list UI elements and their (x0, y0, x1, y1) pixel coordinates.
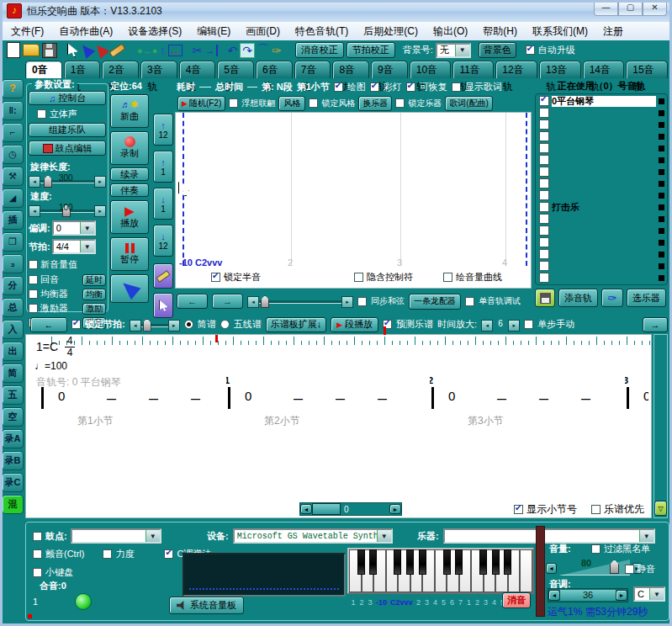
track-checkbox-0[interactable] (539, 96, 549, 106)
track-checkbox-1[interactable] (539, 108, 549, 118)
velocity-checkbox[interactable] (103, 549, 112, 559)
shift-down-12-button[interactable]: ↓12 (153, 225, 173, 257)
piano-black-key-0[interactable] (357, 549, 365, 575)
left-strip-item-1[interactable]: ‖: (2, 101, 24, 120)
select-cursor-button[interactable] (153, 293, 173, 318)
track-row-1[interactable] (537, 107, 666, 119)
single-track-debug-checkbox[interactable] (465, 297, 474, 306)
beat-mini-scrollbar[interactable]: ◂▸ (130, 319, 180, 331)
score-area[interactable]: 1=C 4 4 ♩=100 音轨号: 0 平台钢琴 0 ——— 第1小节 1 0… (25, 334, 652, 518)
track-row-9[interactable]: 打击乐 (537, 201, 666, 213)
select-range-icon[interactable]: ↔ (168, 45, 183, 56)
track-checkbox-9[interactable] (539, 202, 549, 212)
left-strip-item-10[interactable]: 总 (2, 298, 24, 317)
shift-up-12-button[interactable]: ↑12 (153, 114, 173, 146)
piano-black-key-11[interactable] (492, 549, 500, 575)
lock-semitone-checkbox[interactable] (211, 273, 220, 282)
track-square-11[interactable] (659, 228, 664, 234)
drum-beat-checkbox[interactable] (33, 532, 42, 541)
score-right-button[interactable]: → (643, 317, 668, 332)
console-button[interactable]: ♫ 控制台 (29, 91, 106, 105)
tab-1音轨[interactable]: 1音轨 (64, 61, 101, 78)
system-volume-button[interactable]: 系统音量板 (169, 597, 244, 614)
track-row-3[interactable] (537, 130, 666, 142)
track-square-15[interactable] (659, 275, 664, 281)
random-button[interactable]: ▶随机(F2) (177, 96, 225, 111)
tab-10音轨[interactable]: 10音轨 (410, 61, 452, 78)
tab-15音轨[interactable]: 15音轨 (626, 61, 668, 78)
lock-instrument-checkbox[interactable] (395, 98, 405, 108)
red-cone-tool-icon[interactable] (93, 41, 109, 58)
tab-5音轨[interactable]: 5音轨 (217, 61, 254, 78)
chevron-down-icon[interactable]: ▼ (377, 530, 391, 542)
v-stretch-icon[interactable]: ↕ (160, 44, 166, 56)
maximize-button[interactable]: ▢ (618, 1, 643, 16)
new-volume-checkbox[interactable] (29, 260, 38, 269)
speed-slider[interactable]: ◂▸ 100 (29, 204, 106, 216)
chevron-down-icon[interactable]: ▼ (649, 588, 664, 600)
track-row-0[interactable]: 0平台钢琴 (537, 95, 666, 107)
segment-play-button[interactable]: ▶段播放 (331, 317, 378, 332)
track-row-5[interactable] (537, 154, 666, 166)
step-left-button[interactable]: ← (177, 294, 208, 309)
track-row-15[interactable] (537, 272, 666, 284)
save-icon[interactable] (42, 43, 57, 58)
left-strip-item-9[interactable]: 分 (2, 276, 24, 295)
instrument-select[interactable]: 平台钢琴▼ (443, 528, 655, 544)
piano-keyboard[interactable] (347, 548, 534, 594)
piano-black-key-4[interactable] (406, 549, 414, 575)
beat-correct-button[interactable]: 节拍校正 (347, 42, 395, 58)
detune-select[interactable]: 0▼ (52, 220, 96, 236)
record-button[interactable]: 录制 (110, 131, 149, 165)
chevron-down-icon[interactable]: ▼ (639, 530, 653, 542)
track-row-8[interactable] (537, 189, 666, 201)
mute-correct-button[interactable]: 消音校正 (295, 42, 344, 58)
left-strip-item-18[interactable]: 录C (2, 473, 24, 492)
track-checkbox-4[interactable] (539, 143, 549, 153)
h-stretch-icon[interactable]: ●↔● (137, 45, 157, 56)
track-checkbox-15[interactable] (539, 273, 549, 283)
exciter-button[interactable]: 激励 (82, 303, 106, 315)
left-strip-item-19[interactable]: 混 (2, 495, 24, 514)
lights-checkbox[interactable] (370, 82, 379, 92)
tab-2音轨[interactable]: 2音轨 (102, 61, 139, 78)
sync-chord-checkbox[interactable] (357, 297, 367, 306)
track-square-13[interactable] (659, 252, 664, 257)
chevron-down-icon[interactable]: ▼ (80, 241, 94, 252)
scroll-left-arrow[interactable]: ◂ (300, 504, 312, 514)
time-zoom-stepper[interactable]: ◂▸6 (481, 319, 520, 331)
change-instrument-button[interactable]: 换乐器 (358, 96, 392, 111)
key-select[interactable]: C▼ (633, 586, 665, 602)
orchestrate-cone-button[interactable] (110, 274, 149, 303)
piano-black-key-12[interactable] (504, 549, 511, 575)
bg-no-select[interactable]: 无 ▼ (436, 43, 471, 58)
save-track-button[interactable] (535, 289, 555, 307)
menu-item-2[interactable]: 设备选择(S) (128, 24, 182, 39)
echo-checkbox[interactable] (29, 275, 38, 284)
auto-upgrade-checkbox[interactable] (526, 45, 535, 55)
track-checkbox-12[interactable] (539, 237, 549, 247)
hidden-control-checkbox[interactable] (354, 273, 363, 282)
track-checkbox-7[interactable] (539, 178, 549, 188)
tab-8音轨[interactable]: 8音轨 (332, 61, 369, 78)
track-row-4[interactable] (537, 142, 666, 154)
open-folder-icon[interactable] (23, 44, 40, 56)
piano-black-key-10[interactable] (479, 549, 487, 575)
track-checkbox-2[interactable] (539, 119, 549, 130)
mute-checkbox[interactable] (625, 565, 634, 574)
pitch-down-arrow[interactable]: ◂ (548, 590, 560, 601)
tab-4音轨[interactable]: 4音轨 (179, 61, 216, 78)
track-checkbox-11[interactable] (539, 225, 549, 236)
score-scrollbar[interactable]: ◂ 0 ▸ (299, 502, 402, 516)
tab-3音轨[interactable]: 3音轨 (140, 61, 177, 78)
menu-item-1[interactable]: 自动作曲(A) (59, 24, 113, 39)
melody-length-slider[interactable]: ◂▸ 300 (29, 175, 106, 187)
piano-black-key-8[interactable] (455, 549, 463, 575)
left-strip-item-17[interactable]: 录B (2, 451, 24, 470)
left-strip-item-0[interactable]: ? (2, 79, 24, 98)
brush-icon[interactable]: ✑ (272, 44, 282, 57)
left-strip-item-8[interactable]: ₃ (2, 254, 24, 273)
recoverable-checkbox[interactable] (406, 82, 415, 92)
numpad-checkbox[interactable] (33, 568, 42, 577)
track-checkbox-14[interactable] (539, 261, 549, 271)
